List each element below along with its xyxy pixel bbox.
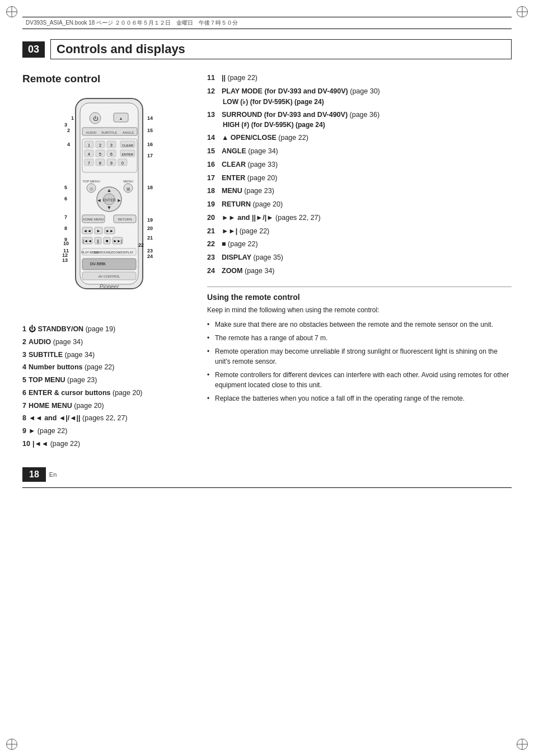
item-page: (page 34) bbox=[248, 147, 278, 155]
remote-control-image: ⏻ ▲ AUDIO SUBTITLE ANGLE 1 2 3 CLE bbox=[53, 93, 165, 318]
svg-text:14: 14 bbox=[147, 115, 153, 121]
list-item: 22■ (page 22) bbox=[207, 239, 512, 250]
svg-text:▲: ▲ bbox=[107, 187, 112, 193]
svg-text:DV-595K: DV-595K bbox=[90, 262, 106, 266]
item-num: 8 bbox=[22, 414, 26, 422]
svg-text:0: 0 bbox=[121, 161, 124, 165]
item-page: (page 22) bbox=[227, 74, 257, 82]
item-page: (page 22) bbox=[278, 134, 308, 142]
item-page: (page 23) bbox=[67, 376, 97, 384]
svg-text:▼: ▼ bbox=[107, 205, 112, 210]
svg-text:20: 20 bbox=[147, 226, 153, 231]
file-info-text: DV393S_ASIA_EN.book 18 ページ ２００６年５月１２日 金曜… bbox=[26, 20, 238, 26]
svg-text:AUDIO: AUDIO bbox=[86, 131, 96, 134]
list-item: 6ENTER & cursor buttons (page 20) bbox=[22, 388, 196, 398]
chapter-number: 03 bbox=[22, 41, 45, 58]
item-page: (page 23) bbox=[244, 187, 274, 195]
svg-text:8: 8 bbox=[99, 161, 101, 165]
list-item: Replace the batteries when you notice a … bbox=[207, 393, 512, 403]
list-item: 17ENTER (page 20) bbox=[207, 173, 512, 184]
list-item: 10|◄◄ (page 22) bbox=[22, 439, 196, 449]
svg-text:7: 7 bbox=[88, 161, 90, 165]
svg-text:8: 8 bbox=[64, 226, 67, 231]
svg-text:2: 2 bbox=[99, 143, 101, 147]
item-page: (page 33) bbox=[248, 161, 278, 168]
item-num: 6 bbox=[22, 389, 26, 397]
item-num: 2 bbox=[22, 338, 26, 346]
list-item: 15ANGLE (page 34) bbox=[207, 146, 512, 157]
item-num: 7 bbox=[22, 402, 26, 410]
item-page: (page 20) bbox=[113, 389, 143, 397]
item-num: 14 bbox=[207, 133, 219, 143]
item-label: ENTER bbox=[222, 174, 245, 182]
item-label: SURROUND (for DV-393 and DV-490V) bbox=[222, 111, 348, 119]
svg-text:2: 2 bbox=[67, 128, 70, 133]
item-label: |◄◄ bbox=[32, 440, 48, 448]
svg-text:13: 13 bbox=[62, 257, 68, 263]
item-page: (pages 22, 27) bbox=[275, 214, 321, 222]
svg-text:■: ■ bbox=[106, 239, 108, 243]
list-item: Remote operation may become unreliable i… bbox=[207, 346, 512, 367]
svg-text:CLEAR: CLEAR bbox=[122, 144, 134, 147]
item-page: (page 20) bbox=[247, 174, 278, 182]
list-item: 9► (page 22) bbox=[22, 426, 196, 436]
svg-text:▲: ▲ bbox=[119, 116, 123, 120]
list-item: 16CLEAR (page 33) bbox=[207, 159, 512, 170]
svg-text:►►: ►► bbox=[106, 229, 114, 233]
item-page: (page 22) bbox=[228, 240, 258, 248]
svg-text:6: 6 bbox=[64, 196, 67, 201]
svg-text:15: 15 bbox=[147, 128, 153, 133]
item-page: (page 36) bbox=[350, 111, 380, 119]
list-item: 3SUBTITLE (page 34) bbox=[22, 350, 196, 360]
item-num: 9 bbox=[22, 427, 26, 435]
item-sublabel: HIGH (♯) (for DV-595K) (page 24) bbox=[223, 120, 512, 130]
list-item: 14▲ OPEN/CLOSE (page 22) bbox=[207, 133, 512, 143]
item-label: Number buttons bbox=[29, 363, 83, 371]
list-item: 1⏻ STANDBY/ON (page 19) bbox=[22, 324, 196, 335]
left-column: Remote control ⏻ ▲ AUDIO SUBTITLE ANGLE bbox=[22, 73, 196, 452]
list-item: 18MENU (page 23) bbox=[207, 186, 512, 196]
using-remote-bullets: Make sure that there are no obstacles be… bbox=[207, 320, 512, 403]
item-num: 21 bbox=[207, 226, 219, 237]
svg-text:9: 9 bbox=[110, 161, 113, 165]
item-label: CLEAR bbox=[222, 161, 246, 168]
item-num: 19 bbox=[207, 199, 219, 210]
item-label: ►► and ||►/|► bbox=[222, 214, 274, 222]
item-num: 5 bbox=[22, 376, 26, 384]
svg-text:24: 24 bbox=[147, 253, 153, 259]
svg-text:►: ► bbox=[117, 198, 122, 203]
file-info-bar: DV393S_ASIA_EN.book 18 ページ ２００６年５月１２日 金曜… bbox=[22, 17, 512, 29]
svg-text:17: 17 bbox=[147, 153, 153, 158]
svg-text:3: 3 bbox=[110, 143, 113, 147]
svg-text:16: 16 bbox=[147, 142, 153, 147]
list-item: 12PLAY MODE (for DV-393 and DV-490V) (pa… bbox=[207, 86, 512, 107]
svg-text:10: 10 bbox=[63, 241, 69, 246]
item-label: HOME MENU bbox=[29, 402, 72, 410]
svg-text:||: || bbox=[97, 239, 99, 243]
svg-text:ANGLE: ANGLE bbox=[123, 131, 134, 134]
svg-text:SUBTITLE: SUBTITLE bbox=[101, 131, 118, 134]
svg-text:1: 1 bbox=[71, 115, 74, 121]
item-num: 4 bbox=[22, 363, 26, 371]
item-label: ZOOM bbox=[222, 267, 243, 275]
item-page: (page 35) bbox=[254, 253, 284, 261]
list-item: 21►►| (page 22) bbox=[207, 226, 512, 237]
item-page: (page 20) bbox=[74, 402, 104, 410]
list-item: 7HOME MENU (page 20) bbox=[22, 401, 196, 411]
item-num: 3 bbox=[22, 351, 26, 359]
right-column: 11|| (page 22)12PLAY MODE (for DV-393 an… bbox=[207, 73, 512, 452]
item-page: (page 34) bbox=[53, 338, 83, 346]
svg-text:►: ► bbox=[97, 229, 101, 233]
main-content: Remote control ⏻ ▲ AUDIO SUBTITLE ANGLE bbox=[22, 73, 512, 452]
item-num: 17 bbox=[207, 173, 219, 184]
page-lang: En bbox=[49, 471, 57, 478]
item-page: (page 34) bbox=[245, 267, 275, 275]
item-sublabel: LOW (♭) (for DV-595K) (page 24) bbox=[223, 97, 512, 107]
svg-text:RETURN: RETURN bbox=[118, 218, 132, 221]
item-label: RETURN bbox=[222, 200, 251, 208]
remote-svg: ⏻ ▲ AUDIO SUBTITLE ANGLE 1 2 3 CLE bbox=[53, 93, 165, 317]
svg-text:SURROUND: SURROUND bbox=[93, 251, 111, 254]
svg-text:◄: ◄ bbox=[97, 198, 102, 203]
item-label: ENTER & cursor buttons bbox=[29, 389, 111, 397]
chapter-header: 03 Controls and displays bbox=[22, 39, 512, 59]
